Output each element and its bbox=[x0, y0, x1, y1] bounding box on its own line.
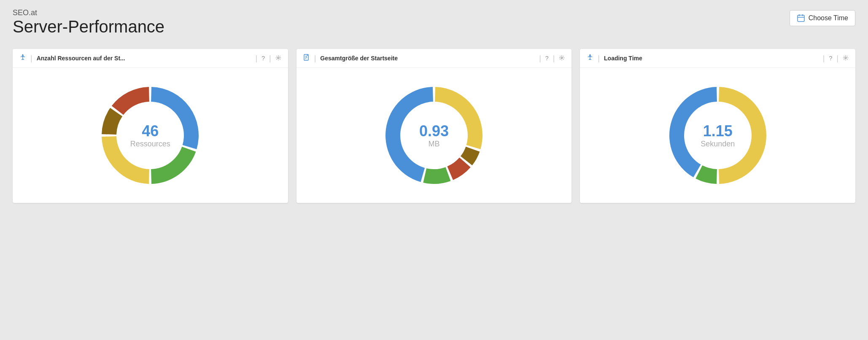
card-size: | Gesamtgröße der Startseite | ? | bbox=[297, 49, 572, 203]
svg-point-12 bbox=[845, 57, 846, 59]
card-settings-2[interactable] bbox=[843, 55, 849, 62]
donut-chart-2: 1.15 Sekunden bbox=[659, 76, 777, 194]
donut-center-2: 1.15 Sekunden bbox=[701, 123, 735, 148]
card-settings-1[interactable] bbox=[559, 55, 565, 62]
card-resources: | Anzahl Ressourcen auf der St... | ? | bbox=[13, 49, 288, 203]
donut-chart-1: 0.93 MB bbox=[375, 76, 493, 194]
card-body-0: 46 Ressources bbox=[13, 68, 288, 203]
svg-point-5 bbox=[278, 57, 279, 59]
page-title: Server-Performance bbox=[13, 17, 164, 36]
svg-point-10 bbox=[561, 57, 563, 59]
site-name: SEO.at bbox=[13, 8, 164, 17]
card-body-2: 1.15 Sekunden bbox=[580, 68, 855, 203]
card-title-2: Loading Time bbox=[604, 55, 819, 62]
choose-time-label: Choose Time bbox=[809, 14, 848, 22]
donut-unit-0: Ressources bbox=[130, 139, 170, 148]
card-header-1: | Gesamtgröße der Startseite | ? | bbox=[297, 49, 572, 68]
donut-chart-0: 46 Ressources bbox=[91, 76, 209, 194]
card-header-0: | Anzahl Ressourcen auf der St... | ? | bbox=[13, 49, 288, 68]
donut-center-0: 46 Ressources bbox=[130, 123, 170, 148]
card-settings-0[interactable] bbox=[275, 55, 281, 62]
choose-time-button[interactable]: Choose Time bbox=[790, 10, 855, 26]
cards-container: | Anzahl Ressourcen auf der St... | ? | bbox=[13, 49, 855, 203]
header-left: SEO.at Server-Performance bbox=[13, 8, 164, 45]
donut-unit-1: MB bbox=[419, 139, 449, 148]
donut-unit-2: Sekunden bbox=[701, 139, 735, 148]
donut-value-1: 0.93 bbox=[419, 123, 449, 140]
doc-icon bbox=[303, 54, 310, 62]
donut-value-0: 46 bbox=[130, 123, 170, 140]
card-help-1[interactable]: ? bbox=[545, 55, 549, 62]
pin-icon bbox=[587, 54, 593, 62]
card-body-1: 0.93 MB bbox=[297, 68, 572, 203]
card-loading: | Loading Time | ? | bbox=[580, 49, 855, 203]
top-bar: SEO.at Server-Performance Choose Time bbox=[13, 8, 855, 45]
card-help-0[interactable]: ? bbox=[261, 55, 265, 62]
card-title-0: Anzahl Ressourcen auf der St... bbox=[37, 55, 251, 62]
svg-rect-0 bbox=[798, 15, 804, 22]
calendar-icon bbox=[797, 14, 805, 22]
card-title-1: Gesamtgröße der Startseite bbox=[320, 55, 535, 62]
pin-icon bbox=[19, 54, 26, 62]
donut-value-2: 1.15 bbox=[701, 123, 735, 140]
donut-center-1: 0.93 MB bbox=[419, 123, 449, 148]
card-help-2[interactable]: ? bbox=[829, 55, 833, 62]
card-header-2: | Loading Time | ? | bbox=[580, 49, 855, 68]
